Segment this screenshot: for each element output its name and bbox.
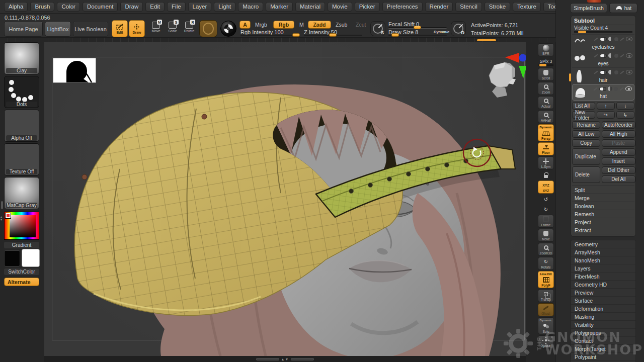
spix-control[interactable]: SPix 3 <box>538 57 554 67</box>
draw-settings-button[interactable]: D <box>451 21 466 36</box>
tray-divider-handle[interactable] <box>477 39 496 41</box>
color-picker-sv-area[interactable] <box>10 215 36 237</box>
tray-divider[interactable] <box>0 37 644 42</box>
camera-head-gizmo[interactable] <box>489 62 516 98</box>
move-out-folder-button[interactable]: ↪ <box>597 111 615 119</box>
rgb-toggle[interactable]: Rgb <box>273 21 294 29</box>
paint-toggle-icon[interactable] <box>620 70 624 74</box>
menu-render[interactable]: Render <box>425 2 453 12</box>
material-toggle-icon[interactable] <box>614 87 618 91</box>
visibility-eye-icon[interactable] <box>625 86 632 91</box>
subtool-down-button[interactable]: ↓ <box>616 102 634 110</box>
menu-light[interactable]: Light <box>214 2 235 12</box>
subtool-up-button[interactable]: ↑ <box>597 102 615 110</box>
tab-hat[interactable]: hat <box>609 3 637 13</box>
xyz-button[interactable]: XYZXYZ <box>538 180 554 194</box>
zoom-button[interactable]: Zoom <box>538 82 554 95</box>
menu-document[interactable]: Document <box>83 2 118 12</box>
home-page-button[interactable]: Home Page <box>4 21 43 37</box>
menu-marker[interactable]: Marker <box>266 2 293 12</box>
subtool-scroll-marker[interactable] <box>569 73 571 81</box>
texture-off-swatch[interactable]: Texture Off <box>4 143 39 175</box>
current-brush-swatch[interactable] <box>199 20 217 37</box>
left-divider-arrows[interactable]: ▴▾ <box>1 215 4 221</box>
rotate-button[interactable]: R Rotate <box>182 22 197 33</box>
m-toggle[interactable]: M <box>296 21 307 29</box>
spin-right-button[interactable]: ↻ <box>538 205 554 214</box>
menu-material[interactable]: Material <box>295 2 325 12</box>
sculpt-viewport[interactable] <box>44 42 526 356</box>
section-arraymesh[interactable]: ArrayMesh <box>571 248 635 256</box>
menu-edit[interactable]: Edit <box>145 2 165 12</box>
all-low-button[interactable]: All Low <box>572 130 600 138</box>
lock-button[interactable] <box>538 170 554 179</box>
divider-bar-right[interactable] <box>291 358 314 360</box>
focal-shift-slider[interactable] <box>388 27 447 29</box>
section-geometry[interactable]: Geometry <box>571 240 635 248</box>
floor-button[interactable]: Floor <box>538 142 554 155</box>
section-polygroups[interactable]: Polygroups <box>571 329 635 337</box>
draw-button[interactable]: Draw <box>129 20 145 37</box>
rename-button[interactable]: Rename <box>572 121 600 129</box>
duplicate-button[interactable]: Duplicate <box>572 148 600 165</box>
menu-macro[interactable]: Macro <box>238 2 263 12</box>
alternate-button[interactable]: Alternate <box>4 278 39 286</box>
remesh-button[interactable]: Remesh <box>572 210 634 218</box>
polypaint-toggle-icon[interactable] <box>599 87 606 91</box>
left-edge-scroll-mark[interactable] <box>1 201 3 209</box>
visibility-eye-icon[interactable] <box>626 70 632 74</box>
uv-toggle-icon[interactable] <box>608 53 613 58</box>
scale-button[interactable]: S Scale <box>165 22 180 33</box>
paint-toggle-icon[interactable] <box>620 37 624 41</box>
rotate3d-button[interactable]: ↻Rotate <box>538 257 554 270</box>
material-toggle-icon[interactable] <box>614 54 618 58</box>
section-visibility[interactable]: Visibility <box>571 321 635 329</box>
append-button[interactable]: Append <box>602 148 635 156</box>
matcap-swatch[interactable]: MatCap Gray <box>4 177 39 209</box>
project-button[interactable]: Project <box>572 218 634 226</box>
menu-preferences[interactable]: Preferences <box>382 2 423 12</box>
live-boolean-button[interactable]: Live Boolean <box>73 21 108 37</box>
subtool-item-hair[interactable]: hair <box>572 67 634 84</box>
secondary-color-swatch[interactable] <box>22 249 39 266</box>
spix-slider[interactable] <box>538 64 553 66</box>
zcut-toggle[interactable]: Zcut <box>352 21 369 29</box>
visible-count-slider[interactable] <box>574 31 632 33</box>
menu-color[interactable]: Color <box>57 2 79 12</box>
document-canvas[interactable] <box>44 42 526 356</box>
rgb-intensity-slider[interactable] <box>240 35 300 36</box>
switchcolor-button[interactable]: SwitchColor <box>4 268 39 275</box>
visibility-eye-icon[interactable] <box>626 53 632 58</box>
divider-arrows[interactable]: ▲▼ <box>281 357 289 361</box>
material-toggle-icon[interactable] <box>614 70 618 74</box>
section-masking[interactable]: Masking <box>571 313 635 321</box>
menu-picker[interactable]: Picker <box>355 2 380 12</box>
subtool-item-hat-selected[interactable]: hat <box>572 84 634 101</box>
section-fibermesh[interactable]: FiberMesh <box>571 273 635 281</box>
uv-toggle-icon[interactable] <box>608 37 613 41</box>
zadd-toggle[interactable]: Zadd <box>308 21 331 29</box>
menu-texture[interactable]: Texture <box>513 2 541 12</box>
transp-button[interactable]: Transp <box>538 289 554 302</box>
xpose-button[interactable]: Xpose <box>538 335 554 348</box>
brush-toggle-icon[interactable] <box>594 70 598 74</box>
section-nanomesh[interactable]: NanoMesh <box>571 256 635 264</box>
paste-button[interactable]: Paste <box>602 139 635 147</box>
uv-toggle-icon[interactable] <box>608 86 612 91</box>
menu-stroke[interactable]: Stroke <box>485 2 510 12</box>
section-layers[interactable]: Layers <box>571 264 635 273</box>
menu-draw[interactable]: Draw <box>120 2 143 12</box>
bpr-button[interactable]: BPR <box>538 43 554 56</box>
divider-bar-left[interactable] <box>256 358 279 360</box>
lsym-button[interactable]: L.Sym <box>538 156 554 169</box>
solo-button[interactable]: DynamicSolo <box>538 317 554 334</box>
current-material-sphere[interactable] <box>220 21 236 37</box>
brush-toggle-icon[interactable] <box>594 54 598 57</box>
menu-file[interactable]: File <box>167 2 186 12</box>
axis-x-arrow[interactable] <box>505 53 519 63</box>
move-button[interactable]: M Move <box>148 22 164 33</box>
polypaint-toggle-icon[interactable] <box>600 37 607 41</box>
frame-button[interactable]: Frame <box>538 215 554 228</box>
section-preview[interactable]: Preview <box>571 289 635 297</box>
sculpture-model[interactable] <box>74 84 515 356</box>
